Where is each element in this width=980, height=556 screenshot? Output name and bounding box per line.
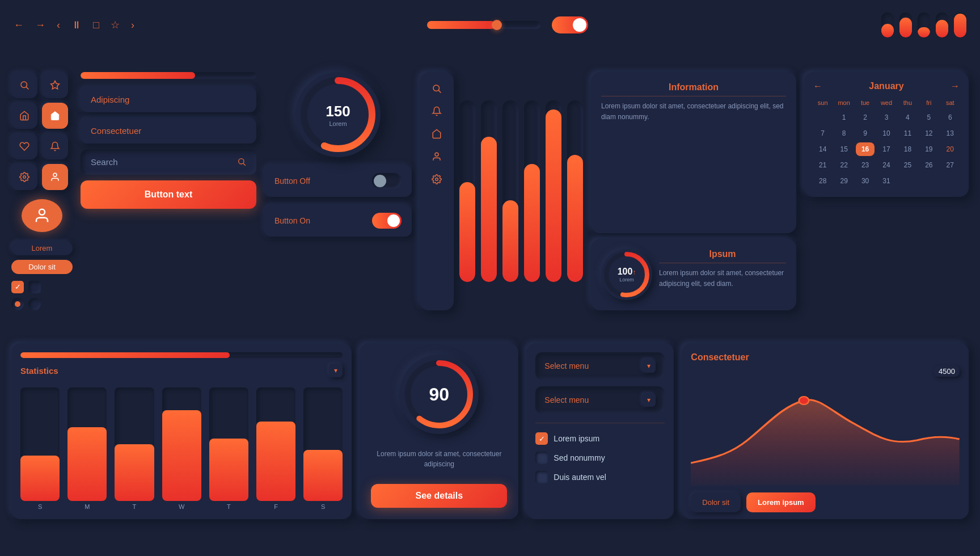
see-details-btn[interactable]: See details xyxy=(371,484,507,508)
cal-day[interactable]: 26 xyxy=(919,158,938,172)
checkbox-checked-1[interactable]: ✓ xyxy=(535,432,548,445)
bar-label: W xyxy=(179,503,184,510)
cal-day[interactable]: 10 xyxy=(877,127,895,140)
v-slider-2[interactable] xyxy=(481,100,497,282)
v-slider-5[interactable] xyxy=(546,100,561,282)
button-text-btn[interactable]: Button text xyxy=(81,180,256,209)
cal-header-fri: fri xyxy=(919,97,938,108)
cal-day[interactable]: 29 xyxy=(834,174,853,188)
cal-day[interactable]: 11 xyxy=(898,127,917,140)
svg-point-12 xyxy=(435,153,438,156)
gauge-150-label: Lorem xyxy=(326,120,350,127)
nav-next[interactable]: › xyxy=(131,19,134,31)
ipsum-title: Ipsum xyxy=(659,249,786,263)
checkbox-checked[interactable]: ✓ xyxy=(11,281,24,293)
cal-day[interactable]: 25 xyxy=(898,158,917,172)
cal-day[interactable]: 27 xyxy=(941,158,960,172)
cal-day-highlight[interactable]: 20 xyxy=(941,142,960,156)
mini-search-icon[interactable] xyxy=(432,83,442,96)
cal-day[interactable]: 17 xyxy=(877,142,895,156)
lorem-ipsum-btn[interactable]: Lorem ipsum xyxy=(746,492,816,512)
search-input[interactable]: Search xyxy=(81,149,256,175)
calendar-next-btn[interactable]: → xyxy=(951,81,960,91)
checkbox-unchecked-2[interactable] xyxy=(535,452,548,464)
home-icon-btn-outline[interactable] xyxy=(11,103,37,129)
cal-day[interactable]: 3 xyxy=(877,111,895,124)
checkbox-item-1[interactable]: ✓ Lorem ipsum xyxy=(535,432,665,445)
cal-day[interactable]: 7 xyxy=(813,127,832,140)
cal-day[interactable]: 4 xyxy=(898,111,917,124)
adipiscing-input[interactable]: Adipiscing xyxy=(81,87,256,112)
mini-bell-icon[interactable] xyxy=(432,106,442,119)
dolor-sit-btn[interactable]: Dolor sit xyxy=(691,492,741,512)
mini-gear-icon[interactable] xyxy=(432,174,442,187)
nav-star[interactable]: ☆ xyxy=(111,19,120,31)
heart-icon-btn[interactable] xyxy=(11,133,37,159)
cal-day[interactable]: 13 xyxy=(941,127,960,140)
mini-user-icon[interactable] xyxy=(432,151,442,164)
nav-prev[interactable]: ‹ xyxy=(57,19,60,31)
cal-day[interactable]: 6 xyxy=(941,111,960,124)
toggle-on-label: Button On xyxy=(274,216,310,225)
nav-pause[interactable]: ⏸ xyxy=(71,19,82,31)
v-slider-6[interactable] xyxy=(567,100,583,282)
cal-day[interactable]: 8 xyxy=(834,127,853,140)
checkbox-item-2[interactable]: Sed nonummy xyxy=(535,452,665,464)
dolor-tag[interactable]: Dolor sit xyxy=(11,260,73,274)
cal-day[interactable]: 14 xyxy=(813,142,832,156)
nav-forward[interactable]: → xyxy=(35,19,45,31)
checkbox-unchecked[interactable] xyxy=(28,281,41,293)
statistics-title: Statistics xyxy=(20,366,58,376)
ipsum-card: 100↑ Lorem Ipsum Lorem ipsum dolor sit a… xyxy=(591,239,796,310)
cal-day[interactable]: 24 xyxy=(877,158,895,172)
cal-day[interactable]: 21 xyxy=(813,158,832,172)
cal-day-active[interactable]: 16 xyxy=(856,142,875,156)
v-slider-1[interactable] xyxy=(459,100,475,282)
horizontal-slider[interactable] xyxy=(427,21,540,29)
v-slider-4[interactable] xyxy=(524,100,540,282)
select-menu-1[interactable]: Select menu ▾ xyxy=(535,352,665,380)
cal-day[interactable]: 9 xyxy=(856,127,875,140)
cal-day[interactable]: 19 xyxy=(919,142,938,156)
calendar-month-title: January xyxy=(869,81,903,91)
user-icon-btn[interactable] xyxy=(42,164,68,190)
consectetuer-input[interactable]: Consectetuer xyxy=(81,118,256,144)
toggle-off-switch[interactable] xyxy=(372,173,402,189)
gauge-100-value: 100↑ xyxy=(618,267,636,277)
gear-icon-btn[interactable] xyxy=(11,164,37,190)
toggle-on-row[interactable]: Button On xyxy=(264,205,412,237)
cal-day[interactable]: 2 xyxy=(856,111,875,124)
v-slider-3[interactable] xyxy=(502,100,518,282)
cal-day[interactable]: 15 xyxy=(834,142,853,156)
cal-day[interactable]: 28 xyxy=(813,174,832,188)
select-menu-2[interactable]: Select menu ▾ xyxy=(535,386,665,414)
star-icon-btn[interactable] xyxy=(42,72,68,98)
cal-day[interactable]: 18 xyxy=(898,142,917,156)
toggle-on-switch[interactable] xyxy=(372,213,402,229)
cal-day[interactable]: 5 xyxy=(919,111,938,124)
nav-back[interactable]: ← xyxy=(14,19,24,31)
mini-home-icon[interactable] xyxy=(432,129,442,141)
cal-day[interactable]: 30 xyxy=(856,174,875,188)
cal-day[interactable]: 12 xyxy=(919,127,938,140)
cal-day[interactable]: 23 xyxy=(856,158,875,172)
home-icon-btn-filled[interactable] xyxy=(42,103,68,129)
cal-day[interactable]: 22 xyxy=(834,158,853,172)
radio-unselected[interactable] xyxy=(28,298,41,310)
nav-stop[interactable]: □ xyxy=(93,19,99,31)
statistics-dropdown[interactable]: ▾ xyxy=(329,364,343,377)
svg-point-0 xyxy=(21,82,27,88)
search-icon-btn[interactable] xyxy=(11,72,37,98)
gauge-150: 150 Lorem xyxy=(295,72,381,157)
bar-label: S xyxy=(38,503,42,510)
checkbox-item-3[interactable]: Duis autem vel xyxy=(535,471,665,483)
cal-day[interactable]: 1 xyxy=(834,111,853,124)
top-toggle[interactable] xyxy=(552,16,588,33)
calendar-prev-btn[interactable]: ← xyxy=(813,81,822,91)
bell-icon-btn[interactable] xyxy=(42,133,68,159)
progress-bar-container xyxy=(81,72,256,79)
checkbox-unchecked-3[interactable] xyxy=(535,471,548,483)
toggle-off-row[interactable]: Button Off xyxy=(264,165,412,197)
cal-day[interactable]: 31 xyxy=(877,174,895,188)
radio-selected[interactable] xyxy=(11,298,24,310)
